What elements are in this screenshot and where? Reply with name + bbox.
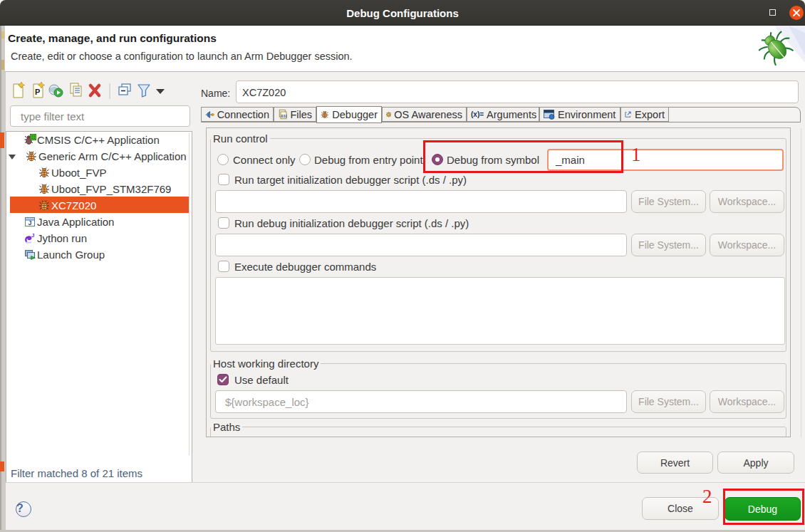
svg-text:J: J <box>31 232 34 239</box>
svg-text:P: P <box>35 88 40 96</box>
svg-text:J: J <box>28 219 32 226</box>
svg-text:010: 010 <box>281 114 287 118</box>
